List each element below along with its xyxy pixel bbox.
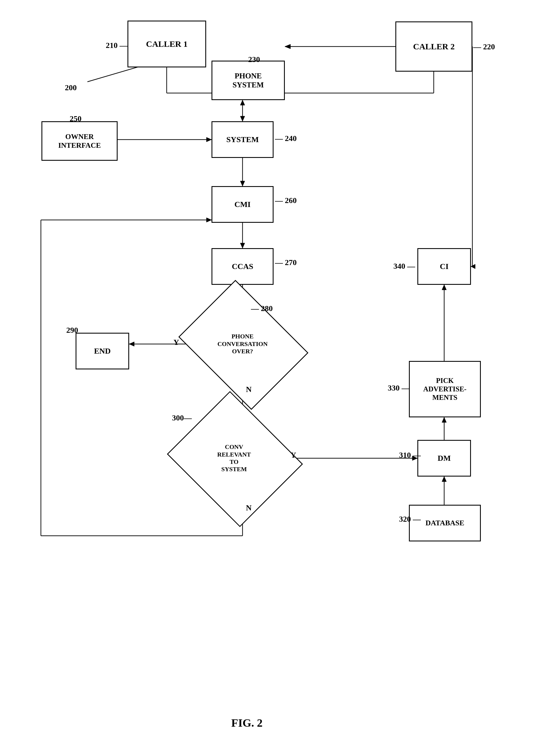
pick-ads-box: PICKADVERTISE-MENTS bbox=[409, 361, 481, 417]
label-260: — 260 bbox=[275, 196, 297, 205]
label-200: 200 bbox=[65, 83, 77, 92]
svg-marker-19 bbox=[240, 181, 245, 186]
label-280: — 280 bbox=[251, 304, 273, 313]
ccas-box: CCAS bbox=[212, 248, 274, 285]
label-n2: N bbox=[246, 503, 252, 512]
svg-marker-31 bbox=[442, 417, 446, 422]
label-y1: Y bbox=[173, 338, 179, 347]
svg-marker-40 bbox=[206, 218, 212, 222]
label-250: 250 bbox=[70, 114, 82, 123]
label-210: 210 — bbox=[106, 41, 127, 50]
svg-marker-21 bbox=[240, 243, 245, 248]
system-box: SYSTEM bbox=[212, 121, 274, 158]
svg-marker-10 bbox=[471, 264, 475, 269]
label-330: 330 — bbox=[388, 383, 409, 393]
dm-box: DM bbox=[417, 440, 471, 477]
label-230: 230 bbox=[248, 55, 260, 64]
svg-marker-15 bbox=[240, 100, 245, 105]
label-320: 320 — bbox=[399, 515, 421, 524]
label-n1: N bbox=[246, 385, 252, 394]
label-220: — 220 bbox=[473, 42, 495, 51]
svg-marker-35 bbox=[442, 477, 446, 482]
label-340: 340 — bbox=[393, 262, 415, 271]
phone-system-box: PHONESYSTEM bbox=[212, 61, 285, 100]
end-box: END bbox=[76, 333, 129, 369]
svg-marker-33 bbox=[442, 285, 446, 290]
svg-marker-25 bbox=[129, 342, 134, 346]
phone-conv-over-diamond: PHONECONVERSATIONOVER? bbox=[192, 305, 293, 383]
label-290: 290 bbox=[66, 326, 78, 335]
label-310: 310 — bbox=[399, 451, 421, 460]
conv-relevant-diamond: CONVRELEVANTTOSYSTEM bbox=[183, 415, 285, 502]
label-240: — 240 bbox=[275, 134, 297, 143]
label-270: — 270 bbox=[275, 258, 297, 267]
cmi-box: CMI bbox=[212, 186, 274, 223]
label-y2: Y bbox=[290, 451, 296, 460]
ci-box: CI bbox=[417, 248, 471, 285]
svg-marker-14 bbox=[240, 116, 245, 121]
caller2-box: CALLER 2 bbox=[395, 21, 472, 72]
caller1-box: CALLER 1 bbox=[127, 21, 206, 67]
fig-label: FIG. 2 bbox=[231, 716, 263, 729]
diagram: CALLER 1 CALLER 2 PHONESYSTEM OWNERINTER… bbox=[0, 0, 544, 756]
label-300: 300— bbox=[172, 413, 192, 422]
svg-marker-7 bbox=[285, 44, 290, 49]
svg-marker-17 bbox=[206, 137, 212, 142]
owner-interface-box: OWNERINTERFACE bbox=[41, 121, 118, 161]
